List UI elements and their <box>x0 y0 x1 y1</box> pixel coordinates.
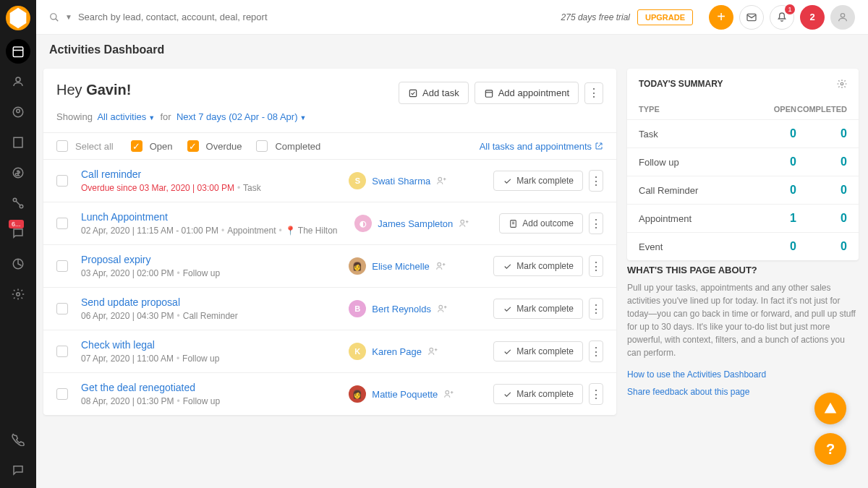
row-action-button[interactable]: Mark complete <box>493 341 583 361</box>
add-task-button[interactable]: Add task <box>399 82 469 104</box>
search-input[interactable] <box>78 12 367 22</box>
activity-title[interactable]: Proposal expiry <box>81 254 349 265</box>
all-tasks-link[interactable]: All tasks and appointments <box>480 141 603 152</box>
activities-filter[interactable]: All activities▼ <box>97 111 155 122</box>
person-name[interactable]: James Sampleton <box>378 218 453 229</box>
bell-icon[interactable]: 1 <box>770 5 794 30</box>
svg-point-21 <box>438 177 442 181</box>
row-action-button[interactable]: Mark complete <box>493 299 583 319</box>
summary-row: Call Reminder00 <box>627 176 859 204</box>
calendar-icon[interactable] <box>6 39 30 64</box>
page-title: Activities Dashboard <box>49 43 164 56</box>
sidebar: 6... <box>0 0 36 488</box>
svg-rect-5 <box>14 137 22 147</box>
date-filter[interactable]: Next 7 days (02 Apr - 08 Apr)▼ <box>176 111 307 122</box>
greeting: Hey Gavin! <box>56 82 131 98</box>
svg-rect-0 <box>13 47 23 57</box>
contact-icon[interactable] <box>6 100 30 124</box>
open-checkbox[interactable]: ✓ <box>131 140 142 152</box>
upgrade-button[interactable]: UPGRADE <box>637 9 693 25</box>
user-icon[interactable] <box>6 69 30 94</box>
external-link-icon <box>595 142 603 150</box>
person-add-icon[interactable] <box>435 261 446 271</box>
row-checkbox[interactable] <box>56 218 68 229</box>
building-icon[interactable] <box>6 130 30 155</box>
person-add-icon[interactable] <box>427 346 438 356</box>
person-name[interactable]: Bert Reynolds <box>372 304 431 314</box>
activity-row: Send update proposal 06 Apr, 2020 | 04:3… <box>43 288 616 330</box>
summary-card: TODAY'S SUMMARY TYPE OPEN COMPLETED Task… <box>627 69 859 260</box>
row-action-button[interactable]: Mark complete <box>493 171 583 191</box>
fab-help[interactable]: ? <box>814 433 846 465</box>
svg-line-15 <box>56 18 59 21</box>
person-add-icon[interactable] <box>459 218 469 228</box>
svg-rect-18 <box>409 90 416 96</box>
person-add-icon[interactable] <box>437 304 447 314</box>
search-box: ▼ <box>49 12 561 22</box>
settings-icon[interactable] <box>6 282 30 307</box>
activity-title[interactable]: Check with legal <box>81 339 349 351</box>
person-name[interactable]: Mattie Poquette <box>372 389 438 400</box>
svg-rect-19 <box>485 90 492 96</box>
person-add-icon[interactable] <box>443 389 454 399</box>
person-add-icon[interactable] <box>436 176 446 186</box>
row-checkbox[interactable] <box>56 303 68 314</box>
more-icon[interactable]: ⋮ <box>584 82 603 104</box>
phone-icon[interactable] <box>6 427 30 452</box>
row-checkbox[interactable] <box>56 260 68 272</box>
search-caret-icon[interactable]: ▼ <box>65 13 72 21</box>
gear-icon[interactable] <box>837 79 847 89</box>
person-name[interactable]: Elise Michelle <box>372 261 429 272</box>
row-checkbox[interactable] <box>56 346 68 357</box>
svg-point-2 <box>16 77 20 82</box>
fab-apps[interactable] <box>814 393 846 424</box>
task-icon <box>408 88 418 98</box>
row-checkbox[interactable] <box>56 388 68 400</box>
row-more-icon[interactable]: ⋮ <box>589 298 603 320</box>
row-action-button[interactable]: Add outcome <box>499 213 583 234</box>
row-action-button[interactable]: Mark complete <box>493 384 583 404</box>
activity-title[interactable]: Send update proposal <box>81 296 349 308</box>
connect-icon[interactable] <box>6 191 30 215</box>
avatar[interactable] <box>830 5 855 30</box>
person-name[interactable]: Karen Page <box>372 346 422 357</box>
about-section: WHAT'S THIS PAGE ABOUT? Pull up your tas… <box>627 259 859 410</box>
notification-badge: 1 <box>785 4 795 14</box>
row-more-icon[interactable]: ⋮ <box>589 213 603 234</box>
activity-meta: Overdue since 03 Mar, 2020 | 03:00 PM•Ta… <box>81 183 349 193</box>
checks-row: Select all ✓ Open ✓ Overdue Completed Al… <box>43 132 616 160</box>
person-avatar: ◐ <box>354 215 372 232</box>
add-appointment-button[interactable]: Add appointment <box>475 82 579 104</box>
summary-row: Event00 <box>627 232 859 260</box>
svg-point-22 <box>461 220 464 223</box>
select-all-label: Select all <box>75 141 114 152</box>
app-logo[interactable] <box>6 6 30 30</box>
search-icon[interactable] <box>49 12 59 22</box>
activity-title[interactable]: Lunch Appointment <box>81 211 354 223</box>
activity-title[interactable]: Call reminder <box>81 168 349 180</box>
overdue-checkbox[interactable]: ✓ <box>187 140 199 152</box>
topbar: ▼ 275 days free trial UPGRADE + 1 2 <box>36 0 868 35</box>
row-action-button[interactable]: Mark complete <box>493 256 583 276</box>
chat-icon[interactable] <box>6 458 30 482</box>
row-more-icon[interactable]: ⋮ <box>589 170 603 192</box>
activity-meta: 07 Apr, 2020 | 11:00 AM•Follow up <box>81 354 349 364</box>
activity-title[interactable]: Get the deal renegotiated <box>81 382 349 393</box>
filter-row: Showing All activities▼ for Next 7 days … <box>43 111 616 132</box>
row-more-icon[interactable]: ⋮ <box>589 255 603 277</box>
person-avatar: K <box>349 343 366 360</box>
conversation-icon[interactable]: 6... <box>6 221 30 246</box>
select-all-checkbox[interactable] <box>56 140 68 152</box>
how-to-link[interactable]: How to use the Activities Dashboard <box>627 369 859 380</box>
row-more-icon[interactable]: ⋮ <box>589 341 603 362</box>
mail-icon[interactable] <box>739 5 764 30</box>
add-button[interactable]: + <box>709 5 733 30</box>
completed-checkbox[interactable] <box>256 140 268 152</box>
row-more-icon[interactable]: ⋮ <box>589 383 603 405</box>
person-name[interactable]: Swati Sharma <box>372 176 430 187</box>
dollar-icon[interactable] <box>6 160 30 185</box>
reports-icon[interactable] <box>6 252 30 276</box>
count-badge[interactable]: 2 <box>800 5 825 30</box>
summary-row: Follow up00 <box>627 147 859 176</box>
row-checkbox[interactable] <box>56 175 68 187</box>
